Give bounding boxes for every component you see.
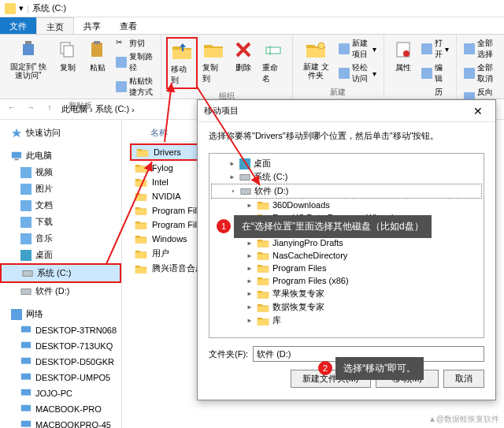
- expand-icon[interactable]: ▶: [228, 173, 236, 181]
- sidebar-item-quickaccess[interactable]: 快速访问: [0, 125, 121, 141]
- sidebar-item-cdrive[interactable]: 系统 (C:): [0, 263, 121, 283]
- expand-icon[interactable]: ▶: [246, 202, 254, 209]
- expand-icon[interactable]: ▶: [246, 303, 254, 311]
- dialog-titlebar: 移动项目 ✕: [198, 100, 495, 122]
- folder-tree[interactable]: ▶桌面 ▶系统 (C:) ▾软件 (D:) ▶360Downloads▶Ease…: [209, 153, 484, 338]
- svg-rect-21: [11, 309, 22, 320]
- cut-button[interactable]: ✂剪切: [113, 37, 156, 50]
- selectall-button[interactable]: 全部选择: [461, 37, 499, 61]
- tree-item-ddrive[interactable]: ▾软件 (D:): [211, 184, 482, 199]
- moveto-icon: [171, 40, 193, 62]
- window-title: 系统 (C:): [32, 2, 66, 14]
- pasteshortcut-button[interactable]: 粘贴快捷方式: [113, 75, 156, 99]
- expand-icon[interactable]: ▶: [246, 290, 254, 297]
- file-name: NVIDIA: [152, 192, 181, 201]
- tab-view[interactable]: 查看: [110, 17, 146, 34]
- expand-icon[interactable]: ▶: [246, 317, 254, 324]
- newitem-button[interactable]: 新建项目▾: [336, 37, 378, 61]
- qa-toggle-icon: ▾: [19, 3, 24, 13]
- sidebar-item-ddrive[interactable]: 软件 (D:): [0, 283, 121, 300]
- sidebar-item-docs[interactable]: 文档: [0, 197, 121, 214]
- copyto-button[interactable]: 复制到: [199, 37, 228, 86]
- tree-item[interactable]: ▶苹果恢复专家: [211, 287, 482, 300]
- tree-item[interactable]: ▶系统 (C:): [211, 170, 482, 184]
- tree-item[interactable]: ▶360Downloads: [211, 199, 482, 211]
- collapse-icon[interactable]: ▾: [229, 188, 237, 195]
- sidebar-item-network-pc[interactable]: DESKTOP-3TRN068: [0, 322, 121, 338]
- delete-button[interactable]: 删除: [229, 37, 258, 75]
- moveto-button[interactable]: 移动到: [166, 37, 198, 89]
- tree-item[interactable]: ▶NasCacheDirectory: [211, 249, 482, 262]
- scissors-icon: ✂: [116, 38, 127, 49]
- sidebar-item-pictures[interactable]: 图片: [0, 181, 121, 197]
- cancel-button[interactable]: 取消: [443, 370, 484, 388]
- paste-button[interactable]: 粘贴: [83, 37, 112, 75]
- tree-item[interactable]: ▶桌面: [211, 157, 482, 170]
- window-titlebar: ▾ | 系统 (C:): [0, 0, 504, 17]
- sidebar-item-network[interactable]: 网络: [0, 306, 121, 322]
- expand-icon[interactable]: ▶: [228, 160, 236, 167]
- easyaccess-button[interactable]: 轻松访问▾: [336, 61, 378, 85]
- file-name: 用户: [152, 247, 169, 259]
- nav-fwd-button[interactable]: →: [24, 102, 38, 117]
- sidebar-item-music[interactable]: 音乐: [0, 230, 121, 247]
- pc-icon: [20, 404, 32, 415]
- sidebar-item-network-pc[interactable]: DESKTOP-D50GKR: [0, 354, 121, 370]
- selectnone-icon: [464, 68, 475, 79]
- tree-item[interactable]: ▶库: [211, 314, 482, 327]
- sidebar-item-network-pc[interactable]: DESKTOP-UMPO5: [0, 370, 121, 385]
- open-icon: [421, 43, 432, 54]
- expand-icon[interactable]: ▶: [246, 277, 254, 285]
- folder-name: 库: [272, 314, 281, 326]
- tree-item[interactable]: ▶JianyingPro Drafts: [211, 236, 482, 249]
- sidebar-item-thispc[interactable]: 此电脑: [0, 147, 121, 164]
- tab-file[interactable]: 文件: [0, 17, 36, 34]
- rename-icon: [262, 39, 284, 61]
- file-name: Intel: [152, 177, 169, 187]
- properties-button[interactable]: 属性: [389, 37, 417, 75]
- drive-icon: [240, 186, 251, 197]
- expand-icon[interactable]: ▶: [246, 252, 254, 259]
- pc-icon: [11, 151, 22, 162]
- nav-back-button[interactable]: ←: [5, 102, 19, 117]
- expand-icon[interactable]: ▶: [246, 240, 254, 247]
- ribbon-group-clipboard: 固定到" 快速访问" 复制 粘贴 ✂剪切 复制路径 粘贴快捷方式 剪贴板: [0, 35, 161, 99]
- pin-button[interactable]: 固定到" 快速访问": [5, 37, 52, 81]
- chevron-right-icon: ›: [90, 105, 93, 114]
- sidebar-item-network-pc[interactable]: DESKTOP-713UKQ: [0, 338, 121, 354]
- breadcrumb[interactable]: 此电脑 › 系统 (C:) ›: [61, 103, 135, 115]
- sidebar: 快速访问 此电脑 视频 图片 文档 下载 音乐 桌面 系统 (C:) 软件 (D…: [0, 120, 122, 428]
- rename-button[interactable]: 重命名: [259, 37, 287, 86]
- sidebar-item-desktop[interactable]: 桌面: [0, 247, 121, 263]
- tree-item[interactable]: ▶Program Files: [211, 262, 482, 274]
- newfolder-button[interactable]: 新建 文件夹: [298, 37, 335, 81]
- nav-up-button[interactable]: ↑: [43, 102, 57, 117]
- svg-point-10: [403, 50, 410, 57]
- tree-item[interactable]: ▶数据恢复专家: [211, 300, 482, 314]
- easyaccess-icon: [339, 68, 350, 79]
- sidebar-item-network-pc[interactable]: MACBOOKPRO-45: [0, 417, 121, 428]
- tab-share[interactable]: 共享: [74, 17, 110, 34]
- sidebar-item-videos[interactable]: 视频: [0, 164, 121, 181]
- svg-rect-17: [20, 233, 32, 244]
- sidebar-item-downloads[interactable]: 下载: [0, 214, 121, 230]
- svg-rect-3: [64, 46, 73, 57]
- folder-name: 苹果恢复专家: [272, 288, 324, 300]
- breadcrumb-seg[interactable]: 此电脑: [61, 103, 87, 115]
- close-button[interactable]: ✕: [467, 105, 489, 117]
- folder-name: JianyingPro Drafts: [272, 238, 343, 247]
- edit-button[interactable]: 编辑: [419, 61, 451, 85]
- tab-home[interactable]: 主页: [36, 17, 74, 34]
- sidebar-item-network-pc[interactable]: MACBOOK-PRO: [0, 401, 121, 417]
- tree-item[interactable]: ▶Program Files (x86): [211, 274, 482, 287]
- expand-icon[interactable]: ▶: [246, 265, 254, 272]
- copy-button[interactable]: 复制: [54, 37, 82, 75]
- pc-icon: [20, 388, 32, 399]
- ribbon-group-select: 全部选择 全部取消 反向选择 选择: [457, 35, 504, 99]
- file-name: Windows: [152, 234, 187, 244]
- breadcrumb-seg[interactable]: 系统 (C:): [95, 103, 129, 115]
- copypath-button[interactable]: 复制路径: [113, 50, 156, 74]
- sidebar-item-network-pc[interactable]: JOJO-PC: [0, 385, 121, 401]
- open-button[interactable]: 打开▾: [419, 37, 451, 61]
- selectnone-button[interactable]: 全部取消: [461, 61, 499, 85]
